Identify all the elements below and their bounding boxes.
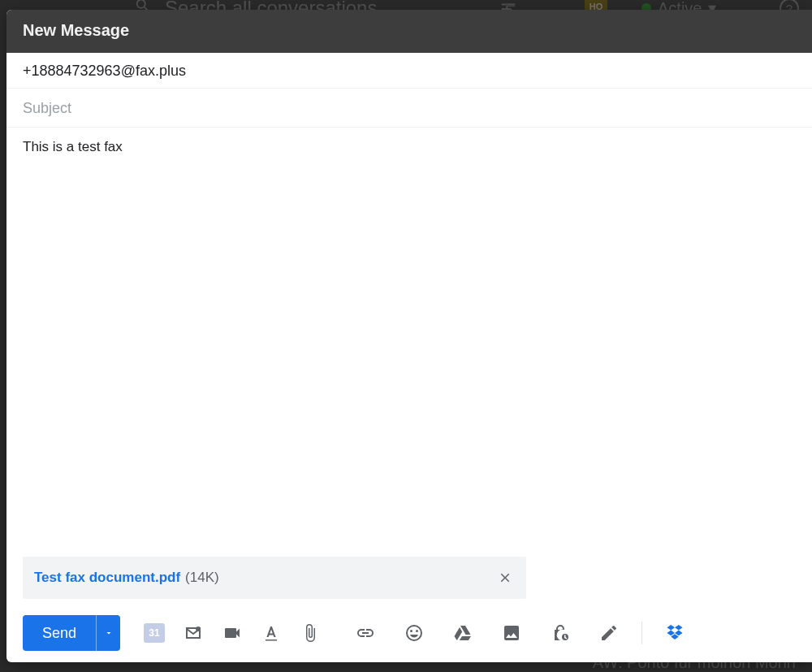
pen-icon bbox=[599, 623, 619, 643]
emoji-icon bbox=[404, 623, 424, 643]
attachment-filename: Test fax document.pdf bbox=[34, 570, 180, 586]
lock-clock-icon bbox=[551, 623, 570, 643]
insert-image-button[interactable] bbox=[489, 617, 534, 649]
compose-toolbar: Send 31 bbox=[6, 610, 812, 662]
dropbox-button[interactable] bbox=[652, 617, 698, 649]
image-icon bbox=[502, 623, 521, 643]
link-icon bbox=[356, 623, 375, 643]
calendar-icon: 31 bbox=[144, 623, 165, 643]
confidential-button[interactable] bbox=[538, 617, 583, 649]
signature-button[interactable] bbox=[586, 617, 632, 649]
send-button-group: Send bbox=[23, 615, 120, 651]
formatting-button[interactable] bbox=[253, 617, 289, 649]
video-icon bbox=[222, 623, 242, 643]
toolbar-separator bbox=[641, 622, 642, 644]
insert-video-button[interactable] bbox=[214, 617, 250, 649]
message-body[interactable]: This is a test fax bbox=[6, 128, 812, 557]
paperclip-icon bbox=[300, 623, 320, 643]
insert-calendar-button[interactable]: 31 bbox=[136, 617, 172, 649]
to-value: +18884732963@fax.plus bbox=[23, 63, 186, 79]
insert-drive-button[interactable] bbox=[440, 617, 486, 649]
attachment-chip[interactable]: Test fax document.pdf (14K) bbox=[23, 557, 526, 599]
to-field[interactable]: +18884732963@fax.plus bbox=[6, 53, 812, 89]
insert-emoji-button[interactable] bbox=[391, 617, 437, 649]
subject-input[interactable] bbox=[23, 98, 796, 119]
envelope-track-icon bbox=[184, 623, 203, 643]
svg-point-0 bbox=[196, 626, 201, 631]
attach-file-button[interactable] bbox=[292, 617, 328, 649]
remove-attachment-button[interactable] bbox=[494, 566, 516, 589]
compose-dialog: New Message +18884732963@fax.plus This i… bbox=[6, 10, 812, 662]
send-button[interactable]: Send bbox=[23, 615, 96, 651]
subject-row bbox=[6, 89, 812, 128]
tracking-button[interactable] bbox=[175, 617, 211, 649]
close-icon bbox=[498, 570, 512, 585]
send-options-button[interactable] bbox=[96, 615, 120, 651]
insert-link-button[interactable] bbox=[343, 617, 388, 649]
dropbox-icon bbox=[665, 623, 685, 643]
compose-title[interactable]: New Message bbox=[6, 10, 812, 53]
attachment-size: (14K) bbox=[185, 570, 219, 586]
drive-icon bbox=[453, 623, 473, 643]
text-format-icon bbox=[261, 623, 281, 643]
triangle-down-icon bbox=[104, 628, 114, 638]
